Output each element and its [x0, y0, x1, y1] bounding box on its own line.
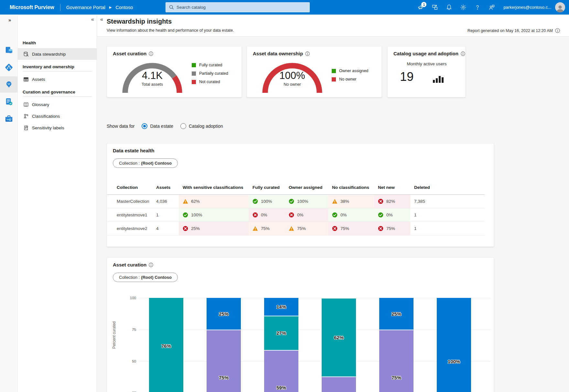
- data-estate-health-card: Data estate health Collection :(Root) Co…: [107, 143, 494, 247]
- info-icon[interactable]: [555, 28, 560, 33]
- error-circle-icon: [332, 226, 338, 231]
- legend-swatch: [192, 80, 196, 84]
- status-cell: 75%: [328, 222, 374, 235]
- filter-label: Show data for: [107, 124, 134, 129]
- bar-segment-purple: 75%: [379, 330, 413, 392]
- notifications-icon[interactable]: [446, 4, 452, 11]
- card-title: Catalog usage and adoption: [393, 51, 465, 56]
- sidebar-item-sensitivity-labels[interactable]: Sensitivity labels: [18, 122, 97, 134]
- legend-swatch: [332, 77, 336, 82]
- legend-swatch: [332, 69, 336, 73]
- gauge-value: 100%: [260, 70, 325, 82]
- status-value: 82%: [386, 199, 395, 204]
- breadcrumb-chevron-icon: ▶: [109, 5, 112, 9]
- bar-data-label: 62%: [334, 335, 344, 340]
- sidebar: «HealthData stewardshipInventory and own…: [18, 15, 97, 392]
- sidebar-item-assets[interactable]: Assets: [18, 73, 97, 85]
- switch-icon[interactable]: [432, 4, 438, 11]
- legend-item: Owner assigned: [332, 69, 368, 73]
- collapse-pane-icon[interactable]: «: [100, 16, 103, 22]
- info-icon[interactable]: [305, 51, 310, 56]
- bar-segment-purple: 75%: [207, 330, 241, 392]
- sidebar-item-classifications[interactable]: Classifications: [18, 110, 97, 122]
- settings-icon[interactable]: [460, 4, 467, 11]
- data-map-icon[interactable]: [0, 59, 18, 75]
- check-circle-icon: [289, 199, 294, 204]
- status-value: 0%: [297, 212, 304, 217]
- status-value: 62%: [191, 199, 200, 204]
- help-icon[interactable]: [474, 4, 481, 11]
- collection-filter-button[interactable]: Collection :(Root) Contoso: [113, 158, 178, 168]
- error-circle-icon: [289, 212, 294, 218]
- search-box[interactable]: [166, 2, 310, 12]
- feedback-icon[interactable]: [488, 4, 495, 11]
- bar-data-label: 75%: [392, 375, 401, 380]
- stacked-bar: ≈ 0%62%: [322, 298, 356, 392]
- card-title: Asset curation: [113, 262, 153, 267]
- column-header: Net new: [374, 182, 410, 194]
- assets-count: 1: [152, 208, 179, 222]
- bar-segment-teal: 62%: [322, 298, 356, 376]
- info-icon[interactable]: [149, 263, 153, 267]
- asset-ownership-card: Asset data ownership 100% No owner Owner…: [247, 46, 382, 97]
- y-axis-tick: 100: [123, 296, 136, 300]
- status-value: 25%: [191, 226, 200, 231]
- breadcrumb-tenant[interactable]: Contoso: [115, 5, 133, 10]
- y-axis-tick: 50: [123, 359, 136, 363]
- radio-data-estate[interactable]: [142, 123, 147, 129]
- mau-label: Monthly active users: [388, 61, 466, 66]
- status-value: 100%: [191, 212, 202, 217]
- legend-label: Owner assigned: [339, 69, 368, 73]
- data-catalog-icon[interactable]: [0, 42, 18, 58]
- error-circle-icon: [183, 226, 188, 231]
- assets-icon: [23, 77, 29, 82]
- search-input[interactable]: [177, 5, 306, 10]
- sidebar-section-header: Curation and governance: [23, 90, 75, 94]
- status-cell: 38%: [328, 195, 374, 208]
- bar-segment-blue: 25%: [207, 298, 241, 330]
- card-title: Asset curation: [113, 51, 153, 56]
- bar-segment-teal: 27%: [264, 316, 298, 350]
- status-cell: 0%: [328, 208, 374, 222]
- info-icon[interactable]: [461, 51, 465, 56]
- sensitivity-labels-icon: [23, 125, 29, 131]
- warning-triangle-icon: [183, 199, 188, 204]
- radio-label[interactable]: Data estate: [150, 124, 173, 129]
- announcements-icon[interactable]: 1: [417, 4, 424, 11]
- bar-segment-blue: 14%: [264, 298, 298, 316]
- radio-label[interactable]: Catalog adoption: [189, 124, 223, 129]
- account-email[interactable]: parkerjones@contoso.c...: [503, 5, 551, 10]
- radio-catalog-adoption[interactable]: [180, 123, 186, 129]
- warning-triangle-icon: [332, 199, 338, 204]
- expand-rail-icon[interactable]: »: [8, 17, 10, 23]
- top-bar: Microsoft Purview Governance Portal ▶ Co…: [0, 0, 569, 15]
- stacked-bar: 25%75%: [379, 298, 413, 392]
- y-axis-tick: 75: [123, 328, 136, 332]
- show-data-for-filter: Show data for Data estateCatalog adoptio…: [107, 122, 223, 130]
- collection-filter-button[interactable]: Collection :(Root) Contoso: [113, 273, 178, 282]
- brand-divider: [60, 4, 60, 11]
- column-header: Deleted: [410, 182, 485, 194]
- avatar[interactable]: [555, 2, 565, 12]
- policy-icon[interactable]: [0, 93, 18, 110]
- sidebar-item-data-stewardship[interactable]: Data stewardship: [18, 48, 97, 60]
- status-value: 75%: [340, 226, 349, 231]
- bar-data-label: 76%: [161, 343, 171, 349]
- status-value: 0%: [340, 212, 347, 217]
- catalog-usage-card: Catalog usage and adoption Monthly activ…: [387, 46, 466, 97]
- data-stewardship-icon: [23, 51, 29, 57]
- search-icon: [169, 5, 174, 10]
- info-icon[interactable]: [149, 51, 153, 56]
- status-cell: 100%: [249, 195, 285, 208]
- data-share-icon[interactable]: [0, 111, 18, 127]
- check-circle-icon: [252, 199, 258, 204]
- bar-segment-blue: 100%: [437, 298, 471, 392]
- column-header: No classifications: [328, 182, 374, 194]
- table-row: entitytestmove2425%75%75%75%75%1: [107, 222, 485, 235]
- bar-data-label: 14%: [276, 304, 286, 310]
- collapse-sidebar-icon[interactable]: «: [91, 16, 94, 22]
- breadcrumb-portal[interactable]: Governance Portal: [66, 5, 105, 10]
- sidebar-item-glossary[interactable]: Glossary: [18, 99, 97, 110]
- sidebar-item-label: Sensitivity labels: [32, 125, 64, 130]
- insights-icon[interactable]: [0, 76, 18, 93]
